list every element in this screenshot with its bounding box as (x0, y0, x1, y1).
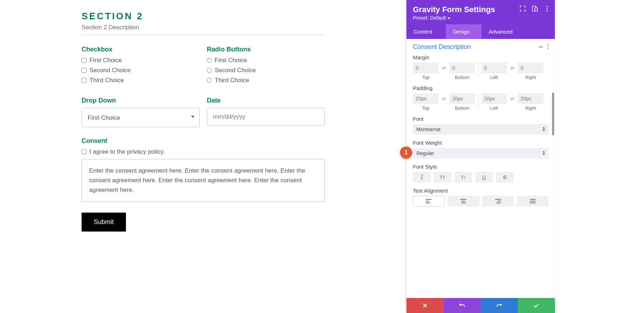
section-description: Section 2 Description (82, 24, 325, 31)
redo-button[interactable] (481, 298, 518, 313)
divider (478, 93, 478, 108)
panel-tabs: Content Design Advanced (406, 24, 555, 39)
dropdown-select[interactable]: First Choice (82, 108, 200, 127)
checkbox-choice[interactable]: Second Choice (82, 67, 200, 74)
dropdown-field-label: Drop Down (82, 97, 200, 104)
italic-button[interactable]: I (413, 172, 431, 183)
padding-top-input[interactable] (413, 93, 439, 104)
section-title: SECTION 2 (82, 11, 325, 22)
divider (478, 63, 478, 77)
margin-label: Margin (413, 54, 548, 60)
checkbox-input[interactable] (82, 58, 87, 63)
font-style-label: Font Style (413, 164, 548, 170)
radio-choice[interactable]: Third Choice (207, 77, 325, 84)
settings-panel: Gravity Form Settings Preset: Default Co… (406, 0, 555, 313)
notification-badge: 1 (400, 146, 412, 159)
consent-description-box: Enter the consent agreement here. Enter … (82, 159, 325, 202)
radio-input[interactable] (207, 58, 212, 63)
svg-point-6 (547, 46, 548, 47)
panel-header: Gravity Form Settings Preset: Default (406, 0, 555, 24)
link-icon[interactable]: ⇄ (508, 93, 516, 104)
margin-top-input[interactable] (413, 63, 439, 73)
tab-advanced[interactable]: Advanced (482, 24, 555, 39)
svg-point-5 (547, 44, 548, 45)
undo-button[interactable] (444, 298, 481, 313)
radio-choice[interactable]: First Choice (207, 57, 325, 64)
link-icon[interactable]: ⇄ (440, 93, 448, 104)
link-icon[interactable]: ⇄ (440, 63, 448, 73)
strikethrough-button[interactable]: S (496, 172, 514, 183)
consent-checkbox[interactable] (82, 149, 87, 154)
padding-left-input[interactable] (481, 93, 507, 104)
radio-field-label: Radio Buttons (207, 46, 325, 53)
font-label: Font (413, 116, 548, 122)
padding-bottom-input[interactable] (449, 93, 475, 104)
align-left-button[interactable] (413, 196, 445, 207)
submit-button[interactable]: Submit (82, 213, 126, 232)
svg-rect-1 (535, 8, 537, 11)
consent-field-label: Consent (82, 137, 325, 145)
svg-point-4 (546, 10, 548, 11)
cancel-button[interactable] (406, 298, 444, 313)
radio-input[interactable] (207, 78, 212, 83)
font-weight-label: Font Weight (413, 140, 548, 146)
svg-point-3 (546, 8, 548, 9)
svg-point-7 (547, 48, 548, 49)
margin-left-input[interactable] (481, 63, 507, 73)
date-input[interactable] (207, 108, 325, 126)
chevron-up-icon (538, 44, 543, 50)
form-preview: SECTION 2 Section 2 Description Checkbox… (0, 0, 406, 313)
padding-label: Padding (413, 85, 548, 91)
date-field-label: Date (207, 97, 325, 104)
margin-bottom-input[interactable] (449, 63, 475, 73)
divider (82, 35, 325, 35)
margin-right-input[interactable] (518, 63, 543, 73)
chevron-down-icon (448, 18, 450, 19)
checkbox-input[interactable] (82, 78, 87, 83)
padding-right-input[interactable] (518, 93, 543, 104)
align-right-button[interactable] (482, 196, 514, 207)
align-justify-button[interactable] (517, 196, 548, 207)
radio-input[interactable] (207, 68, 212, 73)
checkbox-field-label: Checkbox (82, 46, 200, 53)
smallcaps-button[interactable]: TT (454, 172, 472, 183)
panel-footer (406, 298, 555, 313)
focus-icon[interactable] (519, 5, 526, 12)
tab-design[interactable]: Design (446, 24, 482, 39)
checkbox-input[interactable] (82, 68, 87, 73)
panel-body[interactable]: Consent Description Margin Top ⇄ Bottom … (406, 39, 555, 298)
uppercase-button[interactable]: TT (434, 172, 452, 183)
checkbox-choice[interactable]: Third Choice (82, 77, 200, 84)
tab-content[interactable]: Content (406, 24, 446, 39)
svg-point-2 (546, 6, 548, 7)
font-weight-select[interactable]: Regular (413, 148, 548, 159)
save-button[interactable] (518, 298, 555, 313)
section-toggle[interactable]: Consent Description (406, 39, 555, 53)
consent-agree[interactable]: I agree to the privacy policy. (82, 148, 325, 155)
radio-choice[interactable]: Second Choice (207, 67, 325, 74)
align-center-button[interactable] (448, 196, 479, 207)
link-icon[interactable]: ⇄ (508, 63, 516, 73)
more-icon[interactable] (543, 5, 551, 12)
scrollbar-thumb[interactable] (552, 93, 554, 135)
underline-button[interactable]: U (475, 172, 493, 183)
text-alignment-label: Text Alignment (413, 188, 548, 194)
responsive-icon[interactable] (531, 5, 538, 12)
preset-dropdown[interactable]: Preset: Default (413, 15, 548, 21)
section-toggle-title: Consent Description (413, 43, 471, 51)
font-select[interactable]: Montserrat (413, 124, 548, 135)
more-icon[interactable] (547, 44, 548, 51)
checkbox-choice[interactable]: First Choice (82, 57, 200, 64)
